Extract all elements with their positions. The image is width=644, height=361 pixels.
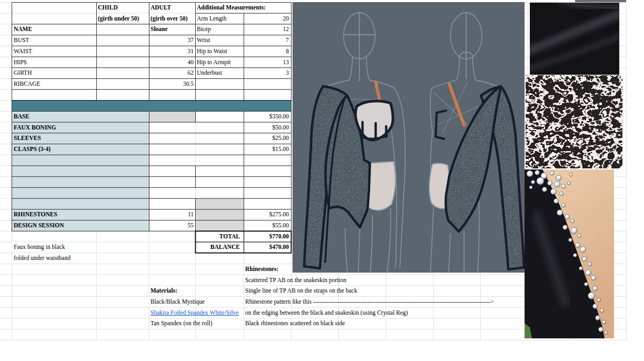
row-value-ribcage: 30.5 [149, 78, 194, 89]
price-label-faux-boning: FAUX BONING [14, 122, 56, 133]
material-item-1: Black/Black Mystique [150, 296, 205, 307]
front-bra-cup [356, 101, 393, 140]
rhinestone-note-pattern-arrow: Rhinestone pattern like this -----------… [245, 296, 494, 307]
rhinestone-note-3: on the edging between the black and snak… [245, 307, 408, 318]
header-additional-measurements: Additional Measurements: [197, 2, 266, 13]
spreadsheet-page: { "measurements": { "child_header": "CHI… [0, 0, 644, 361]
addl-label-underbust: Underbust [197, 67, 222, 78]
top-gray-bar [575, 0, 626, 2]
addl-label-wrist: Wrist [197, 35, 210, 46]
design-sketch-image [293, 2, 525, 273]
material-link-shakira-spandex[interactable]: Shakira Foiled Spandex White/Silve [150, 307, 243, 318]
balance-label: BALANCE [195, 242, 240, 253]
addl-label-bicep: Bicep [197, 24, 211, 35]
row-label-ribcage: RIBCAGE [14, 78, 40, 89]
addl-value-hip-to-waist: 8 [244, 46, 289, 57]
price-qty-rhinestones: 11 [149, 209, 194, 220]
price-value-faux-boning: $50.00 [244, 122, 289, 133]
header-adult-sub: (girth over 50) [150, 13, 188, 24]
snakeskin-fabric-swatch [526, 75, 622, 168]
header-child-sub: (girth under 50) [98, 13, 139, 24]
gray-cell [196, 209, 244, 220]
addl-label-hip-to-waist: Hip to Waist [197, 46, 227, 57]
client-name: Sloane [150, 24, 168, 35]
material-item-3: Tan Spandex (on the roll) [150, 318, 212, 329]
name-label: NAME [14, 24, 32, 35]
row-value-hips: 40 [149, 57, 194, 68]
row-value-waist: 31 [149, 46, 194, 57]
addl-value-underbust: 3 [244, 67, 289, 78]
gray-cell [196, 198, 244, 209]
row-value-bust: 37 [149, 35, 194, 46]
rhinestones-heading: Rhinestones: [245, 264, 278, 275]
price-label-rhinestones: RHINESTONES [14, 209, 57, 220]
header-child: CHILD [98, 2, 118, 13]
row-label-bust: BUST [14, 35, 29, 46]
price-value-design-session: $55.00 [244, 220, 289, 231]
header-adult: ADULT [150, 2, 171, 13]
price-value-base: $350.00 [244, 111, 289, 122]
price-label-clasps: CLASPS (3-4) [14, 144, 51, 155]
black-fabric-swatch [530, 3, 619, 75]
row-value-girth: 62 [149, 67, 194, 78]
price-label-base: BASE [14, 111, 29, 122]
addl-value-wrist: 7 [244, 35, 289, 46]
rhinestone-note-1: Scattered TP AB on the snakeskin portion [245, 275, 346, 286]
row-label-hips: HIPS [14, 57, 27, 68]
rhinestone-note-4: Black rhinestones scattered on black sid… [245, 318, 345, 329]
addl-value-bicep: 12 [244, 24, 289, 35]
price-value-sleeves: $25.00 [244, 133, 289, 144]
price-value-rhinestones: $275.00 [244, 209, 289, 220]
addl-value-arm-length: 20 [244, 13, 289, 24]
front-sheer-panty [369, 162, 395, 210]
note-faux-boning: Faux boning in black [14, 242, 65, 253]
total-value: $770.00 [244, 231, 289, 242]
balance-value: $470.00 [244, 242, 289, 253]
price-value-clasps: $15.00 [244, 144, 289, 155]
gray-cell [149, 112, 196, 123]
gray-cell [196, 220, 244, 232]
price-label-sleeves: SLEEVES [14, 133, 41, 144]
note-folded-waistband: folded under waistband [14, 253, 71, 264]
rhinestone-note-2: Single line of TP AB on the straps on th… [245, 285, 357, 296]
materials-heading: Materials: [150, 285, 177, 296]
price-label-design-session: DESIGN SESSION [14, 220, 64, 231]
teal-divider-band [12, 101, 291, 112]
rhinestone-detail-photo [525, 169, 614, 338]
addl-label-hip-to-armpit: Hip to Armpit [197, 57, 231, 68]
total-label: TOTAL [195, 231, 240, 242]
row-label-waist: WAIST [14, 46, 32, 57]
addl-label-arm-length: Arm Length [197, 13, 227, 24]
addl-value-hip-to-armpit: 13 [244, 57, 289, 68]
row-label-girth: GIRTH [14, 67, 32, 78]
price-qty-design-session: 55 [149, 220, 194, 231]
